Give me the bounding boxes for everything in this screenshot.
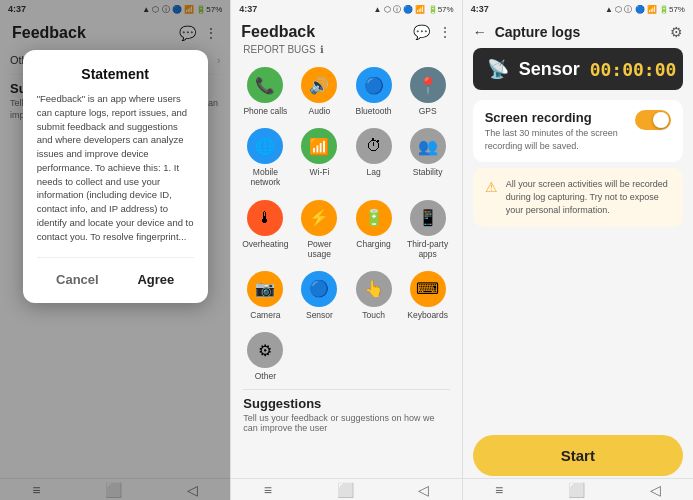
- info-icon: ℹ: [320, 44, 324, 55]
- gear-icon[interactable]: ⚙: [670, 24, 683, 40]
- more-icon-2[interactable]: ⋮: [438, 24, 452, 40]
- grid-label-lag: Lag: [366, 167, 380, 177]
- header-icons-2: 💬 ⋮: [413, 24, 452, 40]
- grid-label-camera: Camera: [250, 310, 280, 320]
- sensor-icon: 📡: [487, 58, 509, 80]
- grid-item-touch[interactable]: 👆Touch: [347, 265, 399, 324]
- sensor-bar: 📡 Sensor 00:00:00: [473, 48, 683, 90]
- grid-icon-bluetooth: 🔵: [356, 67, 392, 103]
- nav-home-icon-2[interactable]: ⬜: [337, 482, 354, 498]
- grid-item-other[interactable]: ⚙Other: [239, 326, 291, 385]
- divider-2: [243, 389, 449, 390]
- grid-icon-touch: 👆: [356, 271, 392, 307]
- status-icons-3: ▲ ⬡ ⓘ 🔵 📶 🔋57%: [605, 4, 685, 15]
- panel2-header: Feedback 💬 ⋮: [231, 18, 461, 44]
- start-button-wrapper: Start: [473, 435, 683, 476]
- dialog-body: "Feedback" is an app where users can cap…: [37, 92, 194, 243]
- grid-label-sensor: Sensor: [306, 310, 333, 320]
- grid-label-other: Other: [255, 371, 276, 381]
- screen-recording-card: Screen recording The last 30 minutes of …: [473, 100, 683, 162]
- grid-icon-other: ⚙: [247, 332, 283, 368]
- grid-item-bluetooth[interactable]: 🔵Bluetooth: [347, 61, 399, 120]
- sr-row: Screen recording The last 30 minutes of …: [485, 110, 671, 152]
- panel-capture-logs: 4:37 ▲ ⬡ ⓘ 🔵 📶 🔋57% ← Capture logs ⚙ 📡 S…: [462, 0, 693, 500]
- time-2: 4:37: [239, 4, 257, 14]
- panel-feedback-statement: 4:37 ▲ ⬡ ⓘ 🔵 📶 🔋57% Feedback 💬 ⋮ Other ›…: [0, 0, 230, 500]
- grid-item-keyboards[interactable]: ⌨Keyboards: [402, 265, 454, 324]
- grid-item-third-party-apps[interactable]: 📱Third-party apps: [402, 194, 454, 263]
- grid-item-charging[interactable]: 🔋Charging: [347, 194, 399, 263]
- dialog-actions: Cancel Agree: [37, 257, 194, 291]
- grid-icon-wi-fi: 📶: [301, 128, 337, 164]
- dialog-title: Statement: [37, 66, 194, 82]
- status-icons-2: ▲ ⬡ ⓘ 🔵 📶 🔋57%: [374, 4, 454, 15]
- agree-button[interactable]: Agree: [121, 268, 190, 291]
- sensor-time: 00:00:00: [590, 59, 677, 80]
- grid-label-gps: GPS: [419, 106, 437, 116]
- grid-item-mobile-network[interactable]: 🌐Mobile network: [239, 122, 291, 191]
- status-bar-3: 4:37 ▲ ⬡ ⓘ 🔵 📶 🔋57%: [463, 0, 693, 18]
- page-title-3: Capture logs: [495, 24, 662, 40]
- grid-label-keyboards: Keyboards: [407, 310, 448, 320]
- grid-item-phone-calls[interactable]: 📞Phone calls: [239, 61, 291, 120]
- nav-menu-icon-3[interactable]: ≡: [495, 482, 503, 498]
- warning-text: All your screen activities will be recor…: [506, 178, 671, 217]
- grid-label-charging: Charging: [356, 239, 391, 249]
- grid-label-audio: Audio: [309, 106, 331, 116]
- nav-menu-icon-2[interactable]: ≡: [264, 482, 272, 498]
- grid-icon-lag: ⏱: [356, 128, 392, 164]
- grid-label-mobile-network: Mobile network: [241, 167, 289, 187]
- grid-icon-gps: 📍: [410, 67, 446, 103]
- grid-label-power-usage: Power usage: [295, 239, 343, 259]
- dialog-overlay: Statement "Feedback" is an app where use…: [0, 0, 230, 500]
- panel3-header: ← Capture logs ⚙: [463, 18, 693, 44]
- warning-icon: ⚠: [485, 179, 498, 195]
- grid-icon-stability: 👥: [410, 128, 446, 164]
- grid-icon-sensor: 🔵: [301, 271, 337, 307]
- grid-icon-audio: 🔊: [301, 67, 337, 103]
- grid-item-stability[interactable]: 👥Stability: [402, 122, 454, 191]
- nav-back-icon-3[interactable]: ◁: [650, 482, 661, 498]
- grid-icon-charging: 🔋: [356, 200, 392, 236]
- chat-icon-2[interactable]: 💬: [413, 24, 430, 40]
- suggestions-section-2: Suggestions Tell us your feedback or sug…: [231, 392, 461, 437]
- grid-icon-phone-calls: 📞: [247, 67, 283, 103]
- panel-feedback-menu: 4:37 ▲ ⬡ ⓘ 🔵 📶 🔋57% Feedback 💬 ⋮ REPORT …: [230, 0, 461, 500]
- nav-back-icon-2[interactable]: ◁: [418, 482, 429, 498]
- screen-recording-toggle[interactable]: [635, 110, 671, 130]
- report-bugs-subtitle: REPORT BUGS ℹ: [231, 44, 461, 59]
- grid-item-gps[interactable]: 📍GPS: [402, 61, 454, 120]
- grid-item-lag[interactable]: ⏱Lag: [347, 122, 399, 191]
- sr-title: Screen recording: [485, 110, 635, 125]
- nav-home-icon-3[interactable]: ⬜: [568, 482, 585, 498]
- grid-item-overheating[interactable]: 🌡Overheating: [239, 194, 291, 263]
- bottom-nav-2: ≡ ⬜ ◁: [231, 478, 461, 500]
- suggestions-desc-2: Tell us your feedback or suggestions on …: [243, 413, 449, 433]
- start-button[interactable]: Start: [473, 435, 683, 476]
- toggle-knob: [653, 112, 669, 128]
- grid-label-touch: Touch: [362, 310, 385, 320]
- sr-text: Screen recording The last 30 minutes of …: [485, 110, 635, 152]
- grid-item-sensor[interactable]: 🔵Sensor: [293, 265, 345, 324]
- sr-desc: The last 30 minutes of the screen record…: [485, 127, 635, 152]
- bug-category-grid: 📞Phone calls🔊Audio🔵Bluetooth📍GPS🌐Mobile …: [231, 59, 461, 387]
- grid-label-wi-fi: Wi-Fi: [310, 167, 330, 177]
- grid-icon-mobile-network: 🌐: [247, 128, 283, 164]
- grid-icon-overheating: 🌡: [247, 200, 283, 236]
- grid-icon-third-party-apps: 📱: [410, 200, 446, 236]
- suggestions-title-2: Suggestions: [243, 396, 449, 411]
- grid-label-bluetooth: Bluetooth: [356, 106, 392, 116]
- time-3: 4:37: [471, 4, 489, 14]
- back-button[interactable]: ←: [473, 24, 487, 40]
- grid-label-overheating: Overheating: [242, 239, 288, 249]
- grid-icon-camera: 📷: [247, 271, 283, 307]
- grid-icon-power-usage: ⚡: [301, 200, 337, 236]
- grid-label-phone-calls: Phone calls: [243, 106, 287, 116]
- grid-item-power-usage[interactable]: ⚡Power usage: [293, 194, 345, 263]
- grid-item-audio[interactable]: 🔊Audio: [293, 61, 345, 120]
- grid-item-camera[interactable]: 📷Camera: [239, 265, 291, 324]
- grid-label-stability: Stability: [413, 167, 443, 177]
- cancel-button[interactable]: Cancel: [40, 268, 115, 291]
- grid-item-wi-fi[interactable]: 📶Wi-Fi: [293, 122, 345, 191]
- statement-dialog: Statement "Feedback" is an app where use…: [23, 50, 208, 303]
